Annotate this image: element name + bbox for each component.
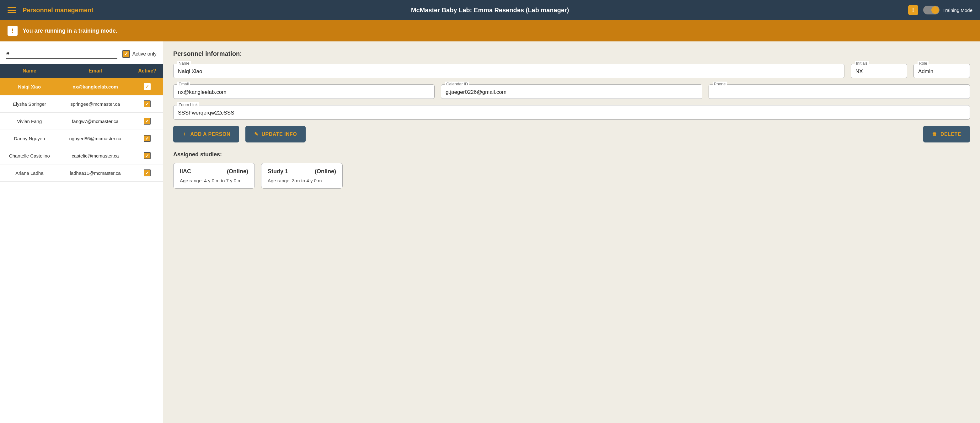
active-only-area: ✓ Active only: [123, 50, 157, 58]
row-active-checkbox[interactable]: ✓: [144, 118, 151, 124]
role-value[interactable]: Admin: [918, 67, 965, 75]
study-name: Study 1: [268, 168, 288, 175]
study-card[interactable]: Study 1 (Online) Age range: 3 m to 4 y 0…: [261, 163, 343, 189]
study-name: IIAC: [180, 168, 191, 175]
nav-right: ! Training Mode: [908, 5, 972, 15]
add-icon: ＋: [182, 131, 187, 137]
phone-field: Phone: [709, 84, 970, 99]
active-only-label: Active only: [132, 51, 157, 57]
table-row[interactable]: Vivian Fangfangw7@mcmaster.ca✓: [0, 113, 163, 130]
left-panel: ✓ Active only Name Email Active? Naiqi X…: [0, 41, 163, 423]
add-person-button[interactable]: ＋ ADD A PERSON: [173, 126, 239, 143]
check-icon: ✓: [124, 51, 128, 57]
toggle-knob: [931, 6, 939, 14]
row-active: ✓: [132, 113, 163, 130]
calendar-id-value[interactable]: g.jaeger0226@gmail.com: [445, 88, 698, 95]
update-info-button[interactable]: ✎ UPDATE INFO: [245, 126, 305, 143]
phone-label: Phone: [713, 81, 727, 86]
table-row[interactable]: Ariana Ladhaladhaa11@mcmaster.ca✓: [0, 164, 163, 182]
training-mode-toggle[interactable]: [923, 6, 940, 14]
row-active: ✓: [132, 147, 163, 164]
calendar-id-label: Calendar ID: [445, 81, 469, 86]
role-field: Role Admin: [913, 64, 970, 78]
row-name: Vivian Fang: [0, 113, 59, 130]
table-row[interactable]: Chantelle Castelinocastelic@mcmaster.ca✓: [0, 147, 163, 164]
update-label: UPDATE INFO: [262, 132, 297, 137]
row-name: Chantelle Castelino: [0, 147, 59, 164]
alert-icon[interactable]: !: [908, 5, 918, 15]
initials-field: Initials NX: [851, 64, 907, 78]
form-row-3: Zoom Link SSSFwerqerqw22cSSS: [173, 105, 970, 119]
check-icon: ✓: [145, 119, 149, 124]
delete-label: DELETE: [940, 132, 961, 137]
row-email: ladhaa11@mcmaster.ca: [59, 164, 132, 182]
row-name: Ariana Ladha: [0, 164, 59, 182]
table-row[interactable]: Danny Nguyennguyed86@mcmaster.ca✓: [0, 130, 163, 147]
row-active-checkbox[interactable]: ✓: [144, 100, 151, 107]
studies-row: IIAC (Online) Age range: 4 y 0 m to 7 y …: [173, 163, 970, 189]
col-active: Active?: [132, 64, 163, 78]
check-icon: ✓: [145, 170, 149, 175]
add-label: ADD A PERSON: [191, 132, 231, 137]
trash-icon: 🗑: [932, 132, 937, 137]
study-card-header: IIAC (Online): [180, 168, 248, 175]
search-input-wrapper: [6, 49, 117, 59]
row-active-checkbox[interactable]: ✓: [144, 169, 151, 177]
role-label: Role: [918, 61, 929, 65]
form-row-2: Email nx@kangleelab.com Calendar ID g.ja…: [173, 84, 970, 99]
row-email: nguyed86@mcmaster.ca: [59, 130, 132, 147]
row-active: ✓: [132, 78, 163, 95]
study-mode: (Online): [227, 168, 248, 175]
initials-label: Initials: [855, 61, 869, 65]
name-label: Name: [177, 61, 191, 65]
button-row: ＋ ADD A PERSON ✎ UPDATE INFO 🗑 DELETE: [173, 126, 970, 143]
row-email: springee@mcmaster.ca: [59, 95, 132, 113]
study-card-header: Study 1 (Online): [268, 168, 336, 175]
name-value[interactable]: Naiqi Xiao: [178, 67, 840, 75]
table-header-row: Name Email Active?: [0, 64, 163, 78]
check-icon: ✓: [145, 136, 149, 141]
zoom-link-field: Zoom Link SSSFwerqerqw22cSSS: [173, 105, 970, 119]
search-input[interactable]: [6, 49, 117, 59]
study-age-range: Age range: 3 m to 4 y 0 m: [268, 178, 322, 183]
training-mode-label: Training Mode: [943, 8, 972, 13]
row-active: ✓: [132, 130, 163, 147]
row-active: ✓: [132, 164, 163, 182]
initials-value[interactable]: NX: [856, 67, 902, 75]
check-icon: ✓: [145, 84, 149, 89]
phone-value[interactable]: [713, 88, 965, 89]
training-banner: ! You are running in a training mode.: [0, 20, 980, 41]
row-name: Danny Nguyen: [0, 130, 59, 147]
row-active-checkbox[interactable]: ✓: [144, 152, 151, 159]
study-mode: (Online): [315, 168, 336, 175]
main-layout: ✓ Active only Name Email Active? Naiqi X…: [0, 41, 980, 423]
study-card-body: Age range: 3 m to 4 y 0 m: [268, 178, 336, 183]
hamburger-menu[interactable]: [8, 7, 16, 13]
col-email: Email: [59, 64, 132, 78]
table-row[interactable]: Elysha Springerspringee@mcmaster.ca✓: [0, 95, 163, 113]
check-icon: ✓: [145, 101, 149, 107]
row-email: nx@kangleelab.com: [59, 78, 132, 95]
table-row[interactable]: Naiqi Xiaonx@kangleelab.com✓: [0, 78, 163, 95]
training-mode-toggle-container: Training Mode: [923, 6, 972, 14]
search-area: ✓ Active only: [0, 41, 163, 59]
email-value[interactable]: nx@kangleelab.com: [178, 88, 430, 95]
active-only-checkbox[interactable]: ✓: [123, 50, 130, 58]
form-row-1: Name Naiqi Xiao Initials NX Role Admin: [173, 64, 970, 78]
training-banner-message: You are running in a training mode.: [22, 28, 117, 34]
check-icon: ✓: [145, 153, 149, 158]
row-name: Naiqi Xiao: [0, 78, 59, 95]
personnel-info-title: Personnel information:: [173, 50, 970, 57]
email-field: Email nx@kangleelab.com: [173, 84, 434, 99]
zoom-link-value[interactable]: SSSFwerqerqw22cSSS: [178, 108, 965, 116]
training-banner-icon: !: [8, 26, 18, 36]
row-name: Elysha Springer: [0, 95, 59, 113]
right-panel: Personnel information: Name Naiqi Xiao I…: [163, 41, 980, 423]
top-nav: Personnel management McMaster Baby Lab: …: [0, 0, 980, 20]
study-card-body: Age range: 4 y 0 m to 7 y 0 m: [180, 178, 248, 183]
study-card[interactable]: IIAC (Online) Age range: 4 y 0 m to 7 y …: [173, 163, 255, 189]
name-field: Name Naiqi Xiao: [173, 64, 845, 78]
row-active-checkbox[interactable]: ✓: [144, 135, 151, 142]
delete-button[interactable]: 🗑 DELETE: [923, 126, 970, 143]
row-active-checkbox[interactable]: ✓: [144, 83, 151, 90]
